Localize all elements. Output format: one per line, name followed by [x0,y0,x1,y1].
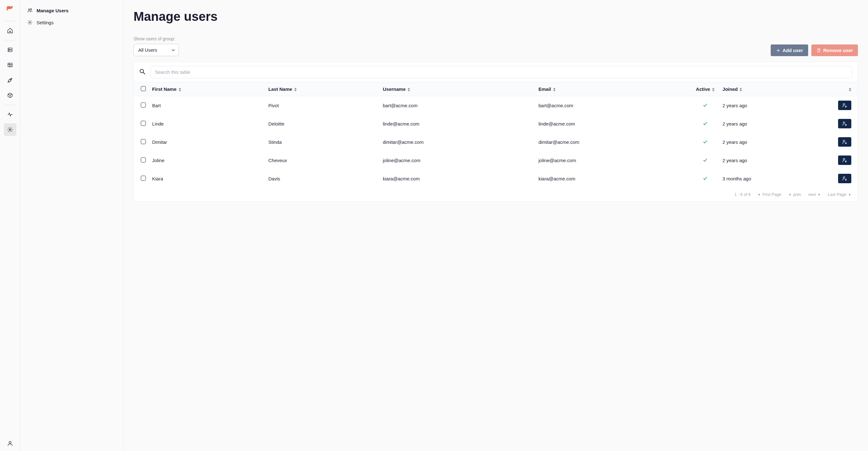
table-row: LindeDeloittelinde@acme.comlinde@acme.co… [134,114,858,133]
cell-first-name: Dimitar [149,133,265,151]
pager-prev[interactable]: prev [788,192,801,197]
svg-point-8 [29,9,30,10]
svg-point-11 [140,69,144,73]
edit-user-button[interactable] [838,137,851,147]
svg-point-15 [843,158,845,160]
col-last-name[interactable]: Last Name [265,82,379,96]
svg-point-13 [843,122,845,123]
table-row: JolineCheveuxjoline@acme.comjoline@acme.… [134,151,858,169]
sidebar-item-settings[interactable]: Settings [24,17,119,28]
trash-icon [816,48,822,53]
row-checkbox[interactable] [141,158,146,163]
plus-icon [776,48,781,53]
pagination: 1 - 6 of 6 First Page prev next Last Pag… [134,188,858,201]
add-user-button[interactable]: Add user [771,45,808,56]
remove-user-label: Remove user [823,48,853,53]
svg-point-12 [843,104,845,105]
col-email[interactable]: Email [535,82,691,96]
nav-package-icon[interactable] [4,89,17,102]
divider [5,21,16,21]
svg-point-5 [10,79,11,80]
row-checkbox[interactable] [141,176,146,181]
cell-username: dimitar@acme.com [379,133,535,151]
nav-table-icon[interactable] [4,59,17,71]
table-row: BartPivotbart@acme.combart@acme.com2 yea… [134,96,858,115]
sidebar-item-label: Settings [36,20,54,25]
users-table: First Name Last Name Username Email Acti… [134,82,858,188]
pager-last[interactable]: Last Page [828,192,851,197]
col-joined[interactable]: Joined [719,82,835,96]
row-checkbox[interactable] [141,139,146,144]
edit-user-button[interactable] [838,156,851,165]
add-user-label: Add user [783,48,803,53]
group-filter: Show users of group: All Users [133,36,179,56]
cell-active [691,169,719,188]
pager-next[interactable]: next [808,192,821,197]
svg-point-10 [29,22,31,23]
row-checkbox[interactable] [141,121,146,126]
sort-icon [849,88,851,91]
remove-user-button[interactable]: Remove user [811,45,858,56]
gear-icon [27,20,33,25]
nav-database-icon[interactable] [4,44,17,56]
edit-user-button[interactable] [838,174,851,183]
main-content: Manage users Show users of group: All Us… [123,0,868,451]
cell-active [691,114,719,133]
users-table-card: First Name Last Name Username Email Acti… [133,62,858,201]
pager-first[interactable]: First Page [757,192,781,197]
cell-last-name: Pivot [265,96,379,115]
edit-user-button[interactable] [838,101,851,110]
group-select-value: All Users [138,47,157,53]
cell-first-name: Bart [149,96,265,115]
nav-profile-icon[interactable] [4,437,17,450]
users-icon [27,7,33,13]
page-range: 1 - 6 of 6 [735,192,750,197]
divider [5,40,16,40]
nav-home-icon[interactable] [4,24,17,37]
edit-user-button[interactable] [838,119,851,129]
sort-icon [712,88,715,91]
group-select[interactable]: All Users [133,44,179,56]
cell-last-name: Stinda [265,133,379,151]
col-first-name[interactable]: First Name [149,82,265,96]
cell-joined: 2 years ago [719,96,835,115]
col-active[interactable]: Active [691,82,719,96]
check-icon [702,104,708,109]
check-icon [702,140,708,145]
svg-point-6 [9,129,11,131]
cell-active [691,151,719,169]
sidebar: Manage Users Settings [20,0,123,451]
select-all-checkbox[interactable] [141,86,146,91]
table-row: DimitarStindadimitar@acme.comdimitar@acm… [134,133,858,151]
nav-settings-icon[interactable] [4,123,17,136]
cell-first-name: Linde [149,114,265,133]
cell-last-name: Deloitte [265,114,379,133]
svg-point-14 [843,140,845,142]
cell-last-name: Cheveux [265,151,379,169]
sidebar-item-manage-users[interactable]: Manage Users [24,5,119,16]
check-icon [702,158,708,164]
divider [5,105,16,105]
svg-rect-4 [8,63,12,67]
table-search-input[interactable] [150,66,852,78]
cell-email: bart@acme.com [535,96,691,115]
svg-point-7 [9,441,11,444]
cell-joined: 2 years ago [719,151,835,169]
row-checkbox[interactable] [141,103,146,108]
check-icon [702,177,708,182]
sort-icon [294,88,297,91]
icon-rail [0,0,20,451]
cell-first-name: Kiara [149,169,265,188]
app-logo-icon [6,4,14,13]
cell-username: joline@acme.com [379,151,535,169]
cell-email: joline@acme.com [535,151,691,169]
cell-username: linde@acme.com [379,114,535,133]
cell-joined: 3 months ago [719,169,835,188]
sidebar-item-label: Manage Users [36,8,69,13]
cell-email: kiara@acme.com [535,169,691,188]
nav-activity-icon[interactable] [4,108,17,121]
table-row: KiaraDaviskiara@acme.comkiara@acme.com3 … [134,169,858,188]
col-username[interactable]: Username [379,82,535,96]
chevron-down-icon [172,47,175,53]
nav-rocket-icon[interactable] [4,74,17,86]
